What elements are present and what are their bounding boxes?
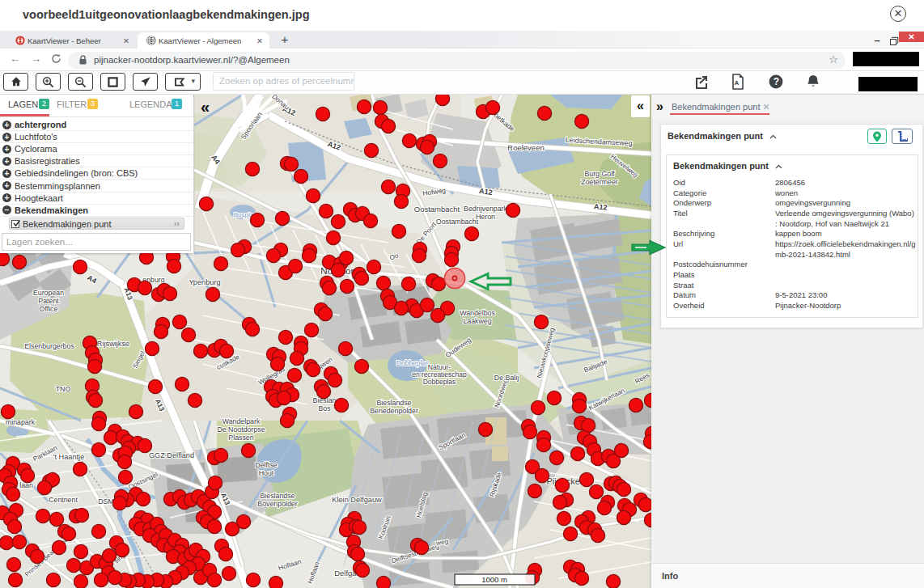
svg-text:Office: Office bbox=[40, 305, 58, 313]
svg-text:Bieslandse: Bieslandse bbox=[376, 399, 411, 407]
svg-text:Ypenburg: Ypenburg bbox=[189, 278, 220, 286]
svg-text:De Nootdorpse: De Nootdorpse bbox=[217, 425, 265, 434]
svg-text:Wandelpark: Wandelpark bbox=[223, 417, 261, 425]
svg-text:TNO: TNO bbox=[56, 385, 71, 393]
svg-text:Elsenburgerbos: Elsenburgerbos bbox=[24, 342, 74, 350]
svg-text:Laakweg: Laakweg bbox=[463, 317, 491, 325]
svg-text:Hout: Hout bbox=[259, 469, 274, 477]
svg-text:Roeleveen: Roeleveen bbox=[507, 143, 544, 152]
svg-text:Rijswijkse: Rijswijkse bbox=[97, 340, 129, 348]
svg-text:Plassen: Plassen bbox=[228, 434, 253, 442]
svg-text:1000 m: 1000 m bbox=[481, 575, 507, 584]
svg-text:Zoetermeer: Zoetermeer bbox=[581, 178, 618, 186]
svg-text:Burg Golf: Burg Golf bbox=[584, 170, 615, 178]
svg-text:Patent: Patent bbox=[38, 297, 59, 305]
svg-text:Oostambacht: Oostambacht bbox=[436, 218, 479, 226]
svg-text:European: European bbox=[33, 289, 64, 297]
svg-text:Wandelbos: Wandelbos bbox=[460, 309, 495, 317]
svg-text:A12: A12 bbox=[594, 202, 608, 211]
svg-text:Oostambacht: Oostambacht bbox=[414, 205, 460, 214]
svg-text:Centrient: Centrient bbox=[49, 496, 78, 504]
svg-text:Heron: Heron bbox=[476, 213, 495, 221]
svg-text:Klein Delfgauw: Klein Delfgauw bbox=[332, 496, 382, 504]
svg-text:Delftse: Delftse bbox=[255, 461, 277, 469]
svg-text:Dobbeplas: Dobbeplas bbox=[423, 378, 456, 386]
svg-text:A: A bbox=[735, 79, 740, 87]
svg-text:De Balij: De Balij bbox=[494, 374, 519, 382]
svg-text:Dobbeplas: Dobbeplas bbox=[396, 359, 430, 367]
svg-text:'t Haantje: 't Haantje bbox=[53, 453, 85, 461]
svg-text:GGZ Delfland: GGZ Delfland bbox=[149, 451, 194, 459]
svg-text:minapark: minapark bbox=[6, 418, 36, 426]
svg-text:Bedrijvenpark: Bedrijvenpark bbox=[464, 205, 507, 213]
svg-text:Bieslandse: Bieslandse bbox=[260, 492, 295, 500]
svg-text:DSM: DSM bbox=[98, 497, 114, 506]
svg-text:Bovenpolder: Bovenpolder bbox=[257, 500, 297, 508]
svg-text:Benedenpolder: Benedenpolder bbox=[370, 407, 418, 415]
svg-text:?: ? bbox=[774, 76, 779, 87]
svg-text:Bos: Bos bbox=[318, 404, 331, 412]
